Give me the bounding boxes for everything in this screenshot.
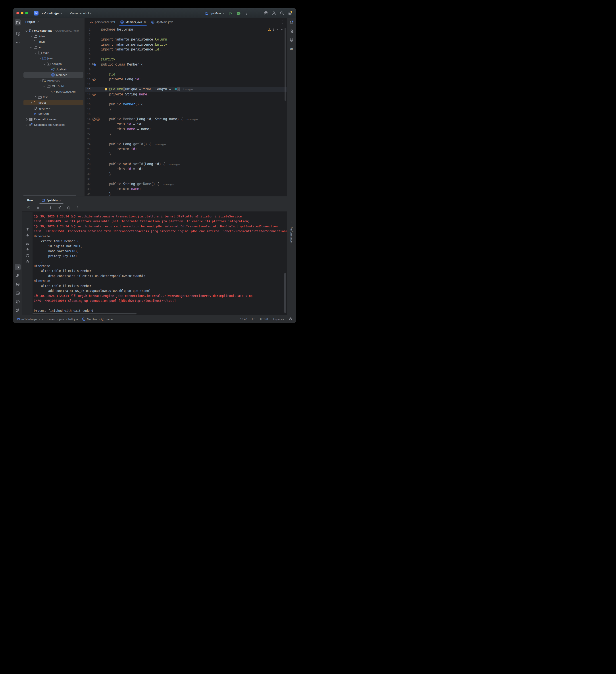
code-line-17[interactable]: 17 } <box>85 107 287 112</box>
tree-toggle[interactable] <box>29 34 33 38</box>
kebab-button[interactable] <box>75 205 81 211</box>
add-user-button[interactable] <box>271 10 277 16</box>
tree-item-ScratchesandConsoles[interactable]: Scratches and Consoles <box>23 122 84 127</box>
run-config-selector[interactable]: JpaMain <box>203 10 225 16</box>
code-line-5[interactable]: 5import jakarta.persistence.Id; <box>85 47 287 52</box>
breadcrumb-item-ex1-hello-jpa[interactable]: ex1-hello-jpa <box>17 318 37 321</box>
intention-bulb-icon[interactable] <box>104 88 108 92</box>
kebab-button[interactable] <box>244 10 249 16</box>
printer-button[interactable] <box>26 254 29 257</box>
editor-tab-JpaMain.java[interactable]: CJpaMain.java <box>148 18 176 26</box>
console-output[interactable]: 1월 30, 2026 1:23:34 오전 org.hibernate.eng… <box>32 212 287 315</box>
trash-button[interactable] <box>26 260 29 263</box>
arrow-down-button[interactable] <box>26 233 29 237</box>
tree-item-pom.xml[interactable]: mpom.xml <box>23 111 84 116</box>
code-line-14[interactable]: 14@ private String name; <box>85 92 287 97</box>
code-line-26[interactable]: 26 } <box>85 152 287 157</box>
tree-toggle[interactable] <box>38 79 42 82</box>
code-line-19[interactable]: 19@ public Member(Long id, String name) … <box>85 117 287 122</box>
tree-toggle[interactable] <box>29 45 33 49</box>
scroll-end-button[interactable] <box>26 248 29 251</box>
key-icon[interactable] <box>92 117 96 121</box>
tool-stripe-version-control[interactable] <box>15 307 21 313</box>
code-line-28[interactable]: 28 public void setId(Long id) {no usages <box>85 161 287 167</box>
tree-toggle[interactable] <box>25 29 29 32</box>
project-hscrollbar[interactable] <box>23 195 76 196</box>
breadcrumb-item-Member[interactable]: CMember <box>82 317 97 321</box>
tree-item-src[interactable]: src <box>23 44 84 50</box>
anno-icon[interactable]: @ <box>92 93 96 96</box>
tree-item-.gitignore[interactable]: .gitignore <box>23 105 84 111</box>
breadcrumb-item-src[interactable]: src <box>41 318 45 321</box>
chevron-down-icon[interactable] <box>280 28 283 31</box>
write-access-lock-button[interactable] <box>289 317 292 321</box>
code-line-32[interactable]: 32 public String getName() {no usages <box>85 182 287 187</box>
breadcrumb-item-name[interactable]: fname <box>101 318 113 321</box>
run-play-button[interactable] <box>228 10 234 16</box>
code-line-27[interactable]: 27 <box>85 156 287 161</box>
tree-item-target[interactable]: target <box>23 100 84 105</box>
code-line-30[interactable]: 30 } <box>85 172 287 177</box>
close-window-button[interactable] <box>16 12 19 14</box>
tree-item-resources[interactable]: resources <box>23 78 84 83</box>
gauge-button[interactable] <box>66 205 71 211</box>
editor-tab-Member.java[interactable]: CMember.java× <box>118 18 148 26</box>
breadcrumb-item-hellojpa[interactable]: hellojpa <box>68 318 78 321</box>
console-vscrollbar[interactable] <box>284 273 286 313</box>
tree-item-Member[interactable]: CMember <box>23 72 84 78</box>
tool-stripe-more-tools[interactable] <box>15 39 21 45</box>
tree-item-ExternalLibraries[interactable]: External Libraries <box>23 116 84 122</box>
search-button[interactable] <box>279 10 285 16</box>
entity-icon[interactable] <box>92 63 96 66</box>
key-icon[interactable] <box>92 78 96 81</box>
tool-stripe-problems[interactable] <box>15 299 21 305</box>
code-line-29[interactable]: 29 this.id = id; <box>85 166 287 172</box>
usages-hint[interactable]: 3 usages <box>183 88 193 91</box>
tree-item-ex1-hello-jpa[interactable]: ex1-hello-jpa~/Desktop/ex1-hello- <box>23 28 84 33</box>
tool-stripe-services[interactable] <box>15 281 21 288</box>
close-icon[interactable]: × <box>59 198 61 202</box>
console-hscrollbar[interactable] <box>32 313 137 314</box>
code-line-4[interactable]: 4import jakarta.persistence.Entity; <box>85 42 287 47</box>
settings-button[interactable] <box>287 10 293 16</box>
code-line-7[interactable]: 7@Entity <box>85 57 287 62</box>
code-line-9[interactable]: 9 <box>85 67 287 72</box>
tool-stripe-structure[interactable] <box>15 30 21 37</box>
code-line-21[interactable]: 21 this.name = name; <box>85 127 287 132</box>
tool-stripe-project[interactable] <box>15 19 21 25</box>
tree-toggle[interactable] <box>25 123 29 127</box>
tree-item-persistence.xml[interactable]: </>persistence.xml <box>23 89 84 94</box>
code-editor[interactable]: 5 1package hellojpa;23import jakarta.per… <box>85 26 287 196</box>
tool-stripe-ai-assistant[interactable] <box>288 28 295 34</box>
import-button[interactable] <box>57 205 62 211</box>
code-line-34[interactable]: 34 } <box>85 192 287 196</box>
run-tab-jpamain[interactable]: JpaMain × <box>41 196 62 204</box>
code-line-2[interactable]: 2 <box>85 32 287 37</box>
breadcrumb-item-java[interactable]: java <box>59 318 64 321</box>
camera-button[interactable] <box>47 205 53 211</box>
ai-at-button[interactable] <box>263 10 269 16</box>
tree-item-META-INF[interactable]: META-INF <box>23 83 84 89</box>
performance-tab[interactable]: Performance <box>287 221 296 243</box>
tree-toggle[interactable] <box>38 57 42 60</box>
breadcrumb-item-main[interactable]: main <box>49 318 55 321</box>
code-line-31[interactable]: 31 <box>85 177 287 182</box>
tree-item-java[interactable]: java <box>23 55 84 61</box>
tree-item-JpaMain[interactable]: CJpaMain <box>23 67 84 72</box>
tree-item-.idea[interactable]: .idea <box>23 33 84 39</box>
code-line-16[interactable]: 16 public Member() { <box>85 102 287 107</box>
usages-hint[interactable]: no usages <box>169 163 180 165</box>
status-widget-13:40[interactable]: 13:40 <box>240 318 247 321</box>
anno-icon[interactable]: @ <box>96 117 100 121</box>
vcs-menu[interactable]: Version control <box>68 11 93 16</box>
project-menu[interactable]: ex1-hello-jpa <box>40 11 63 16</box>
rerun-button[interactable] <box>26 205 32 211</box>
code-line-8[interactable]: 8public class Member { <box>85 62 287 67</box>
code-line-13[interactable]: 13 @Column(unique = true, length = 10)3 … <box>85 87 287 92</box>
code-line-11[interactable]: 11 private Long id; <box>85 77 287 82</box>
tool-stripe-database[interactable] <box>288 36 295 43</box>
tool-stripe-run[interactable] <box>15 264 21 270</box>
code-line-12[interactable]: 12 <box>85 82 287 87</box>
status-widget-4-spaces[interactable]: 4 spaces <box>273 318 284 321</box>
code-line-23[interactable]: 23 <box>85 137 287 142</box>
